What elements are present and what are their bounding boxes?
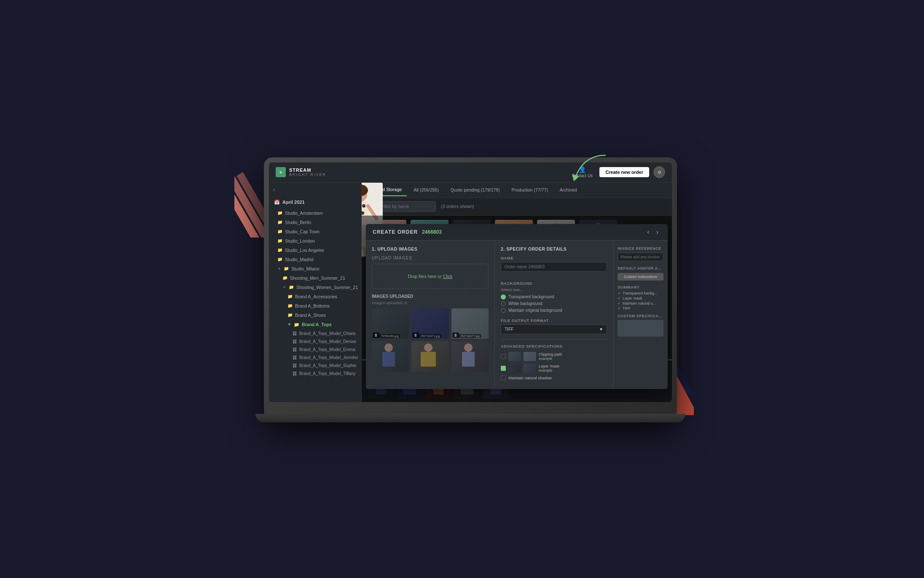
summary-item-3: ✓ Maintain natural s...: [618, 301, 663, 305]
calendar-icon: 📅: [274, 200, 280, 205]
order-name-input[interactable]: [501, 262, 607, 272]
file-icon: 🖼: [293, 339, 297, 344]
modal-prev-button[interactable]: ‹: [645, 228, 652, 236]
modal-header: CREATE ORDER 2466803 ‹ ›: [366, 224, 668, 240]
radio-transparent[interactable]: Transparent background: [501, 294, 607, 300]
modal-body: 1. UPLOAD IMAGES UPLOAD IMAGES Drop file…: [366, 240, 668, 389]
spec-checkbox-layermask[interactable]: [501, 366, 506, 371]
svg-point-32: [464, 343, 473, 352]
sidebar-item-amsterdam[interactable]: 📁 Studio_Amsterdam: [269, 208, 361, 218]
spec-example-layermask[interactable]: example: [539, 368, 559, 373]
spec-checkbox-shadow[interactable]: [501, 375, 506, 381]
modal-next-button[interactable]: ›: [654, 228, 661, 236]
sidebar-item-milano[interactable]: ▼ 📁 Studio_Milano: [269, 264, 361, 273]
tab-all[interactable]: All (256/256): [408, 184, 444, 196]
sidebar-item-shoes[interactable]: 📁 Brand A_Shoes: [269, 311, 361, 320]
svg-rect-29: [382, 352, 395, 367]
sidebar-item-model-emma[interactable]: 🖼 Brand_A_Tops_Model_Emma: [269, 346, 361, 354]
delete-icon[interactable]: 🗑: [452, 332, 459, 338]
spec-label-clipping: Clipping path: [539, 352, 562, 357]
logo-name: STREAM: [289, 167, 326, 173]
filter-by-name-input[interactable]: [381, 204, 427, 209]
orders-area: ORD... New CREATE ORDER 2466803: [362, 216, 672, 402]
svg-rect-0: [234, 181, 261, 237]
user-icon: ⚙: [658, 170, 661, 175]
sidebar-item-madrid[interactable]: 📁 Studio_Madrid: [269, 255, 361, 264]
spec-label-layermask: Layer mask: [539, 364, 559, 368]
sidebar-item-bottoms[interactable]: 📁 Brand A_Bottoms: [269, 301, 361, 311]
spec-example-clipping[interactable]: example: [539, 357, 562, 361]
upload-step-title: 1. UPLOAD IMAGES: [372, 246, 489, 251]
file-icon: 🖼: [293, 347, 297, 352]
sidebar-item-tops[interactable]: ▼ 📁 Brand A_Tops: [269, 320, 361, 330]
sidebar-item-berlin[interactable]: 📁 Studio_Berlin: [269, 218, 361, 227]
sidebar-item-model-tiffany[interactable]: 🖼 Brand_A_Tops_Model_Tiffany: [269, 370, 361, 378]
sidebar-item-london[interactable]: 📁 Studio_London: [269, 236, 361, 246]
file-output-select[interactable]: TIFF ▼: [501, 324, 607, 334]
spec-row-clipping: Clipping path example: [501, 352, 607, 361]
folder-icon: 📁: [277, 257, 282, 262]
spec-row-shadow: Maintain natural shadow: [501, 375, 607, 381]
file-icon: 🖼: [293, 331, 297, 336]
upload-thumb-2[interactable]: 🗑 252718471.jpg: [411, 308, 449, 339]
sidebar-item-model-denise[interactable]: 🖼 Brand_A_Tops_Model_Denise: [269, 338, 361, 346]
background-label: BACKGROUND: [501, 281, 607, 286]
spec-thumb-clipping: [508, 352, 521, 361]
details-step-title: 2. SPECIFY ORDER DETAILS: [501, 246, 607, 251]
upload-thumb-4[interactable]: [372, 341, 409, 372]
thumb-filename-1: 79780490.jpg: [379, 334, 400, 338]
tab-production[interactable]: Production (77/77): [506, 184, 553, 196]
upload-dropzone[interactable]: Drop files here or Click: [372, 264, 489, 289]
invoice-panel: INVOICE REFERENCE DEFAULT AND/OR A... Cu…: [613, 240, 668, 389]
spec-checkbox-clipping[interactable]: [501, 354, 506, 359]
sidebar-item-model-jennifer[interactable]: 🖼 Brand_A_Tops_Model_Jennifer: [269, 354, 361, 362]
sidebar-item-women-summer[interactable]: ▼ 📁 Shooting_Women_Summer_21: [269, 283, 361, 292]
tab-archived[interactable]: Archived: [555, 184, 582, 196]
folder-icon: 📁: [277, 211, 282, 215]
svg-point-28: [384, 343, 393, 352]
name-label: NAME: [501, 256, 607, 260]
sidebar-item-captown[interactable]: 📁 Studio_Cap Town: [269, 227, 361, 236]
folder-icon: 📁: [294, 322, 299, 327]
sidebar-item-men-summer[interactable]: 📁 Shooting_Men_Summer_21: [269, 273, 361, 283]
delete-icon[interactable]: 🗑: [412, 332, 419, 338]
check-icon: ✓: [618, 291, 621, 295]
tab-quote-pending[interactable]: Quote pending (179/179): [446, 184, 505, 196]
sidebar-collapse-button[interactable]: ‹: [269, 183, 361, 196]
file-icon: 🖼: [293, 363, 297, 368]
thumb-filename-2: 252718471.jpg: [419, 334, 441, 338]
radio-white[interactable]: White background: [501, 301, 607, 306]
delete-icon[interactable]: 🗑: [373, 332, 379, 338]
custom-spec-area[interactable]: [618, 320, 663, 337]
sidebar-item-model-chiara[interactable]: 🖼 Brand_A_Tops_Model_Chiara: [269, 330, 361, 338]
contact-us-link[interactable]: 👤 Contact Us: [572, 166, 593, 178]
user-icon-circle[interactable]: ⚙: [653, 166, 665, 178]
svg-point-10: [362, 204, 365, 208]
invoice-ref-input[interactable]: [618, 253, 663, 261]
images-uploaded-title: IMAGES UPLOADED: [372, 294, 489, 299]
sidebar-item-model-sophie[interactable]: 🖼 Brand_A_Tops_Model_Sophie: [269, 362, 361, 370]
sidebar-item-accessories[interactable]: 📁 Brand A_Accessories: [269, 292, 361, 301]
background-section: BACKGROUND Select one... Transparent bac…: [501, 281, 607, 313]
folder-icon: 📁: [282, 275, 287, 280]
upload-thumb-3[interactable]: 🗑 252718477.jpg: [451, 308, 489, 339]
spec-thumb-layermask: [508, 364, 521, 373]
file-icon: 🖼: [293, 371, 297, 376]
upload-thumb-5[interactable]: [411, 341, 449, 372]
radio-dot-white: [501, 301, 506, 306]
logo-icon: S: [276, 167, 286, 177]
folder-icon: 📁: [277, 238, 282, 243]
custom-instructions-button[interactable]: Custom instructions: [618, 273, 663, 281]
upload-thumb-6[interactable]: [451, 341, 489, 372]
images-count: Images uploaded: 6: [372, 300, 489, 305]
create-order-button[interactable]: Create new order: [599, 167, 649, 177]
radio-original[interactable]: Maintain original background: [501, 308, 607, 313]
drop-text: Drop files here or Click: [408, 274, 452, 279]
create-order-modal: CREATE ORDER 2466803 ‹ ›: [366, 224, 668, 389]
content-tabs: Cloud Storage All (256/256) Quote pendin…: [362, 183, 672, 198]
summary-item-1: ✓ Transparent backg...: [618, 291, 663, 295]
folder-icon: 📁: [277, 229, 282, 234]
sidebar-item-losangeles[interactable]: 📁 Studio_Los Angeles: [269, 246, 361, 255]
upload-thumb-1[interactable]: 🗑 79780490.jpg: [372, 308, 409, 339]
file-output-section: FILE OUTPUT FORMAT TIFF ▼: [501, 318, 607, 334]
